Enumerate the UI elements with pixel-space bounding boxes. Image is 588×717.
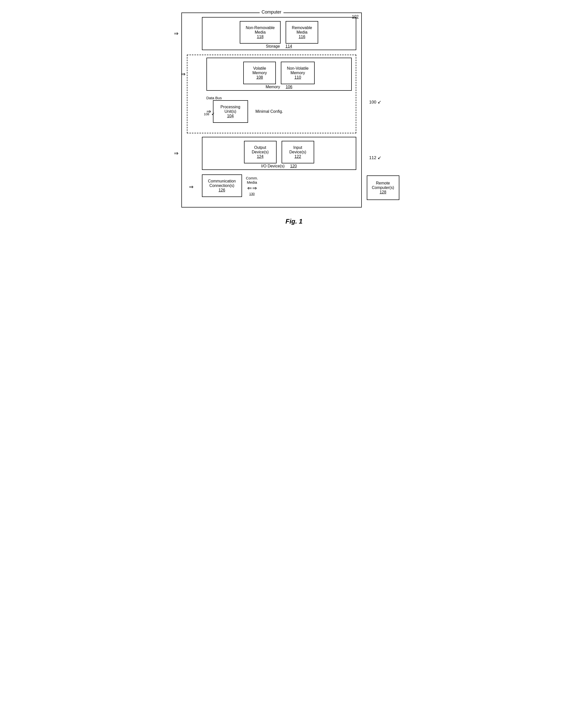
comm-label: CommunicationConnection(s): [208, 179, 236, 188]
volatile-ref: 108: [256, 75, 263, 79]
comm-media-ref: 130: [249, 192, 255, 196]
input-device-box: InputDevice(s) 122: [281, 141, 314, 163]
processing-label: ProcessingUnit(s): [220, 105, 240, 114]
remote-computer-box: RemoteComputer(s) 128: [367, 176, 399, 200]
remote-area: 100 ↙ 112 ↙ RemoteComputer(s) 128: [367, 99, 399, 200]
minimal-config-box: ⇒ VolatileMemory 108 Non-VolatileMemory …: [187, 55, 356, 133]
processing-ref: 104: [227, 114, 234, 118]
memory-arrows: ⇒: [181, 71, 185, 78]
io-arrow-icon: ⇒: [174, 150, 178, 157]
comm-row: ⇒ CommunicationConnection(s) 126 Comm.Me…: [187, 175, 356, 200]
volatile-memory-box: VolatileMemory 108: [243, 62, 276, 84]
storage-arrows: ⇒: [174, 30, 178, 37]
ref-112: 112: [369, 156, 376, 160]
storage-label: Storage 114: [266, 44, 292, 48]
non-removable-label: Non-RemovableMedia: [246, 25, 275, 34]
data-bus-ref-arrow: ↙: [211, 111, 215, 116]
io-label: I/O Device(s) 120: [261, 164, 297, 168]
left-arrow-icon: ⇐: [247, 185, 252, 191]
output-ref: 124: [257, 155, 264, 159]
processing-unit-box: ProcessingUnit(s) 104: [213, 100, 248, 123]
non-volatile-label: Non-VolatileMemory: [287, 66, 309, 75]
figure-label: Fig. 1: [286, 218, 303, 225]
memory-ref: 106: [286, 85, 292, 89]
minimal-config-label: Minimal Config.: [255, 109, 283, 114]
comm-left-arrows: ⇒: [189, 184, 193, 190]
output-device-box: OutputDevice(s) 124: [244, 141, 277, 163]
io-inner: OutputDevice(s) 124 InputDevice(s) 122: [206, 141, 352, 163]
ref-100-area: 100 ↙: [369, 99, 381, 105]
diagram-area: Computer 102 ⇒ Non-RemovableMedia 118: [182, 10, 407, 207]
remote-label: RemoteComputer(s): [372, 181, 394, 190]
ref-112-area: 112 ↙: [369, 155, 381, 160]
storage-wrapper: ⇒ Non-RemovableMedia 118 RemovableMedia …: [187, 17, 356, 50]
processing-row: ⇒ 108 ↙ ProcessingUnit(s) 104 Minimal Co…: [191, 100, 352, 123]
memory-arrow-icon: ⇒: [181, 71, 185, 77]
data-bus-label: Data Bus: [206, 96, 222, 100]
input-ref: 122: [294, 155, 301, 159]
io-box: OutputDevice(s) 124 InputDevice(s) 122 I…: [202, 137, 356, 170]
io-ref: 120: [290, 164, 297, 168]
ref-112-arrow: ↙: [378, 155, 381, 160]
removable-ref: 116: [299, 35, 306, 39]
computer-label: Computer: [259, 9, 284, 15]
non-removable-ref: 118: [257, 35, 264, 39]
comm-media-area: Comm.Media ⇐ ⇒ 130: [246, 176, 258, 196]
ref-100: 100: [369, 100, 376, 104]
storage-arrow-icon: ⇒: [174, 30, 178, 37]
non-removable-box: Non-RemovableMedia 118: [240, 21, 281, 44]
output-label: OutputDevice(s): [252, 145, 269, 154]
page-wrapper: Computer 102 ⇒ Non-RemovableMedia 118: [182, 10, 407, 225]
comm-ref: 126: [218, 188, 225, 192]
computer-title: Computer: [261, 9, 281, 15]
comm-box: CommunicationConnection(s) 126: [202, 175, 242, 197]
ref-100-arrow: ↙: [378, 100, 381, 104]
memory-label: Memory 106: [266, 85, 292, 89]
io-arrows: ⇒: [174, 150, 178, 157]
right-arrow-icon: ⇒: [252, 185, 257, 191]
input-label: InputDevice(s): [289, 145, 307, 154]
comm-arrow-icon: ⇒: [189, 184, 193, 190]
remote-ref: 128: [380, 190, 386, 194]
memory-inner: VolatileMemory 108 Non-VolatileMemory 11…: [211, 62, 347, 84]
io-wrapper: ⇒ OutputDevice(s) 124 InputDevice(s) 122: [187, 137, 356, 170]
storage-box: Non-RemovableMedia 118 RemovableMedia 11…: [202, 17, 356, 50]
removable-label: RemovableMedia: [292, 25, 312, 34]
memory-wrapper: ⇒ VolatileMemory 108 Non-VolatileMemory …: [191, 58, 352, 91]
non-volatile-ref: 110: [294, 75, 301, 79]
processing-wrapper: Data Bus ⇒ 108 ↙ ProcessingUnit(s) 104: [191, 95, 352, 125]
comm-media-arrows: ⇐ ⇒: [247, 185, 257, 191]
removable-box: RemovableMedia 116: [286, 21, 318, 44]
computer-box: Computer 102 ⇒ Non-RemovableMedia 118: [182, 13, 362, 207]
memory-box: VolatileMemory 108 Non-VolatileMemory 11…: [206, 58, 352, 91]
storage-ref: 114: [285, 44, 292, 48]
storage-inner: Non-RemovableMedia 118 RemovableMedia 11…: [206, 21, 352, 44]
data-bus-ref-label: 108: [204, 112, 209, 116]
volatile-label: VolatileMemory: [252, 66, 267, 75]
non-volatile-memory-box: Non-VolatileMemory 110: [281, 62, 314, 84]
comm-media-label: Comm.Media: [246, 176, 258, 184]
